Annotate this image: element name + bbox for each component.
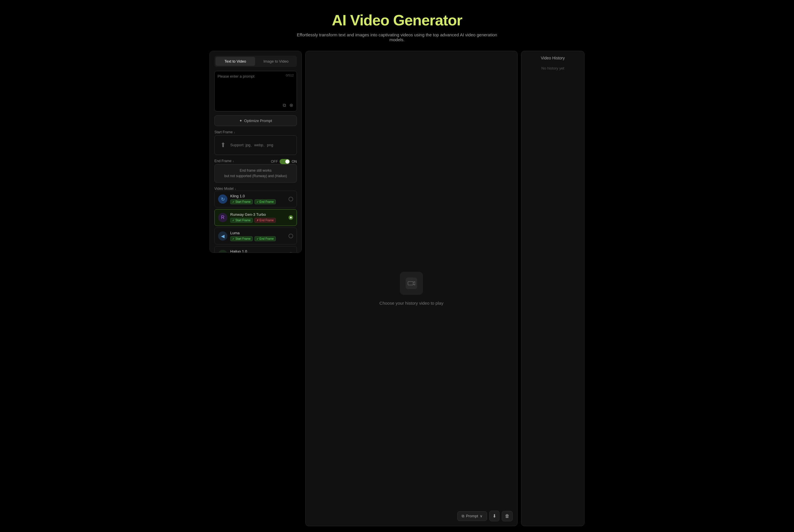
trash-icon: 🗑: [505, 514, 510, 518]
toggle-off-label: OFF: [271, 159, 278, 164]
right-panel: Video History No history yet: [521, 51, 585, 526]
download-icon: ⬇: [492, 514, 496, 518]
center-panel: Choose your history video to play ⧉ Prom…: [305, 51, 517, 526]
end-frame-notice: End frame still works but not supported …: [214, 164, 297, 183]
start-frame-support-text: Support: jpg、webp、png: [230, 142, 273, 148]
kling-tag-start: ✓ Start Frame: [230, 200, 253, 204]
runway-radio: [288, 215, 293, 220]
start-frame-upload[interactable]: ⬆ Support: jpg、webp、png: [214, 135, 297, 155]
kling-name: Kling 1.0: [230, 194, 286, 198]
kling-icon: ↻: [218, 194, 227, 204]
page-title: AI Video Generator: [6, 12, 788, 29]
left-panel: Text to Video Image to Video 0/512 ⧉ ⊗ ✦…: [209, 51, 302, 253]
luma-tag-start: ✓ Start Frame: [230, 236, 253, 241]
start-frame-chevron: ↓: [234, 131, 235, 134]
start-frame-section: Start Frame ↓ ⬆ Support: jpg、webp、png: [214, 130, 297, 155]
main-container: Text to Video Image to Video 0/512 ⧉ ⊗ ✦…: [209, 51, 585, 532]
prompt-button[interactable]: ⧉ Prompt ∨: [457, 511, 487, 521]
kling-radio: [288, 197, 293, 202]
luma-info: Luma ✓ Start Frame ✓ End Frame: [230, 231, 286, 241]
runway-info: Runway Gen-3 Turbo ✓ Start Frame ✗ End F…: [230, 212, 286, 223]
end-frame-toggle: OFF ON: [271, 159, 297, 164]
model-item-luma[interactable]: ◀ Luma ✓ Start Frame ✓ End Frame: [214, 228, 297, 244]
prompt-icons: ⧉ ⊗: [218, 102, 294, 108]
model-item-runway[interactable]: R Runway Gen-3 Turbo ✓ Start Frame ✗ End…: [214, 209, 297, 226]
history-empty: No history yet: [526, 66, 580, 70]
prompt-copy-icon: ⧉: [461, 514, 464, 518]
luma-name: Luma: [230, 231, 286, 235]
model-label-chevron: ↓: [235, 187, 236, 190]
video-placeholder: Choose your history video to play: [379, 272, 443, 305]
video-model-label: Video Model ↓: [214, 187, 297, 191]
luma-tags: ✓ Start Frame ✓ End Frame: [230, 236, 286, 241]
toggle-switch[interactable]: [280, 159, 290, 164]
luma-radio: [288, 234, 293, 238]
tab-image-to-video[interactable]: Image to Video: [256, 57, 296, 66]
prompt-chevron-icon: ∨: [480, 514, 483, 518]
prompt-counter: 0/512: [286, 74, 294, 77]
toggle-on-label: ON: [292, 159, 297, 164]
bottom-bar: ⧉ Prompt ∨ ⬇ 🗑: [457, 511, 513, 521]
copy-icon[interactable]: ⧉: [282, 102, 286, 108]
kling-info: Kling 1.0 ✓ Start Frame ✓ End Frame: [230, 194, 286, 204]
end-frame-section: End Frame ↓ OFF ON End frame still works…: [214, 159, 297, 183]
optimize-prompt-button[interactable]: ✦ Optimize Prompt: [214, 115, 297, 126]
optimize-label: Optimize Prompt: [244, 118, 272, 123]
runway-tag-end: ✗ End Frame: [254, 218, 276, 223]
page-header: AI Video Generator Effortlessly transfor…: [0, 0, 794, 51]
prompt-textarea[interactable]: [218, 74, 294, 100]
svg-rect-0: [406, 278, 417, 289]
tab-row: Text to Video Image to Video: [214, 56, 297, 67]
download-button[interactable]: ⬇: [489, 511, 499, 521]
model-item-hailuo[interactable]: ≋ Hailuo 1.0 ✓ Start Frame ✗ End Frame: [214, 246, 297, 253]
hailuo-icon: ≋: [218, 250, 227, 253]
prompt-area: 0/512 ⧉ ⊗: [214, 71, 297, 111]
start-frame-label: Start Frame ↓: [214, 130, 297, 134]
upload-icon: ⬆: [221, 141, 226, 149]
video-model-section: Video Model ↓ ↻ Kling 1.0 ✓ Start Frame …: [214, 187, 297, 253]
runway-tags: ✓ Start Frame ✗ End Frame: [230, 218, 286, 223]
history-title: Video History: [526, 56, 580, 60]
runway-icon: R: [218, 213, 227, 222]
delete-button[interactable]: 🗑: [502, 511, 513, 521]
sparkle-icon: ✦: [239, 118, 242, 123]
end-frame-chevron: ↓: [232, 159, 234, 163]
kling-tags: ✓ Start Frame ✓ End Frame: [230, 200, 286, 204]
clear-icon[interactable]: ⊗: [289, 102, 294, 108]
end-frame-label: End Frame ↓: [214, 159, 234, 163]
page-subtitle: Effortlessly transform text and images i…: [296, 32, 498, 42]
prompt-label: Prompt: [466, 514, 478, 518]
tab-text-to-video[interactable]: Text to Video: [215, 57, 255, 66]
video-placeholder-text: Choose your history video to play: [379, 301, 443, 305]
hailuo-info: Hailuo 1.0 ✓ Start Frame ✗ End Frame: [230, 249, 286, 253]
kling-tag-end: ✓ End Frame: [254, 200, 276, 204]
model-item-kling[interactable]: ↻ Kling 1.0 ✓ Start Frame ✓ End Frame: [214, 191, 297, 207]
runway-tag-start: ✓ Start Frame: [230, 218, 253, 223]
runway-name: Runway Gen-3 Turbo: [230, 212, 286, 217]
hailuo-name: Hailuo 1.0: [230, 249, 286, 253]
luma-tag-end: ✓ End Frame: [254, 236, 276, 241]
hailuo-radio: [288, 252, 293, 253]
video-placeholder-icon: [400, 272, 423, 295]
model-list: ↻ Kling 1.0 ✓ Start Frame ✓ End Frame R: [214, 191, 297, 253]
luma-icon: ◀: [218, 231, 227, 241]
end-frame-row: End Frame ↓ OFF ON: [214, 159, 297, 164]
